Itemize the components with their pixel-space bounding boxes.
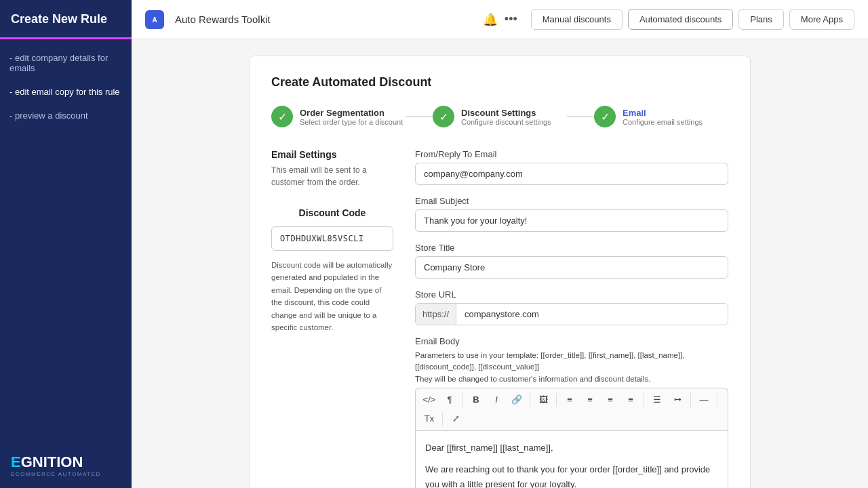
email-subject-label: Email Subject (415, 196, 728, 206)
toolbar-sep-4 (644, 393, 644, 407)
form-right-panel: From/Reply To Email Email Subject Store … (415, 149, 728, 488)
topbar-app-name: Auto Rewards Toolkit (175, 14, 476, 25)
discount-code-value: OTDHDUXWL85VSCLI (271, 226, 393, 251)
form-layout: Email Settings This email will be sent t… (271, 149, 728, 488)
step-1-check-icon: ✓ (271, 106, 293, 127)
toolbar-sep-7 (442, 412, 443, 426)
discount-code-title: Discount Code (271, 207, 393, 218)
step-1-labels: Order Segmentation Select order type for… (300, 108, 403, 126)
email-params-sub: They will be changed to customer's infor… (415, 375, 650, 383)
sidebar-item-edit-email[interactable]: - edit email copy for this rule (0, 80, 132, 104)
toolbar-image-btn[interactable]: 🖼 (534, 391, 553, 409)
store-url-input[interactable] (456, 304, 728, 325)
step-3-label: Email (623, 108, 703, 118)
step-1-sublabel: Select order type for a discount (300, 118, 403, 126)
toolbar-italic-btn[interactable]: I (487, 391, 506, 409)
store-url-label: Store URL (415, 289, 728, 300)
toolbar-sep-2 (530, 393, 530, 407)
step-order-segmentation: ✓ Order Segmentation Select order type f… (271, 106, 406, 127)
from-email-group: From/Reply To Email (415, 149, 728, 185)
editor-content[interactable]: Dear [[first_name]] [[last_name]], We ar… (415, 430, 728, 488)
toolbar-format-btn[interactable]: ¶ (440, 391, 459, 409)
brand-sub: ECOMMERCE AUTOMATED (11, 471, 121, 477)
store-title-input[interactable] (415, 256, 728, 279)
content-area: Create Automated Discount ✓ Order Segmen… (132, 39, 868, 488)
toolbar-sep-3 (556, 393, 557, 407)
svg-text:A: A (152, 16, 157, 24)
more-icon[interactable]: ••• (505, 12, 517, 26)
steps-bar: ✓ Order Segmentation Select order type f… (271, 106, 728, 127)
toolbar-link-btn[interactable]: 🔗 (507, 391, 526, 409)
bell-icon[interactable]: 🔔 (483, 12, 498, 27)
toolbar-code-btn[interactable]: </> (420, 391, 439, 409)
step-2-labels: Discount Settings Configure discount set… (461, 108, 551, 126)
more-apps-button[interactable]: More Apps (789, 9, 854, 30)
from-email-label: From/Reply To Email (415, 149, 728, 159)
email-line-2: We are reaching out to thank you for you… (425, 462, 718, 488)
sidebar-item-preview[interactable]: - preview a discount (0, 104, 132, 127)
step-connector-2 (567, 116, 594, 117)
toolbar-sep-5 (690, 393, 691, 407)
sidebar-nav: - edit company details for emails - edit… (0, 39, 132, 444)
toolbar-align-right-btn[interactable]: ≡ (601, 391, 620, 409)
toolbar-sep-6 (717, 393, 717, 407)
toolbar-list-btn[interactable]: ☰ (648, 391, 667, 409)
automated-discounts-button[interactable]: Automated discounts (628, 9, 733, 30)
email-subject-input[interactable] (415, 209, 728, 232)
sidebar: Create New Rule - edit company details f… (0, 0, 132, 488)
step-connector-1 (406, 116, 433, 117)
toolbar-align-center-btn[interactable]: ≡ (580, 391, 599, 409)
step-1-label: Order Segmentation (300, 108, 403, 118)
toolbar-align-left-btn[interactable]: ≡ (560, 391, 579, 409)
step-discount-settings: ✓ Discount Settings Configure discount s… (433, 106, 567, 127)
toolbar-hr-btn[interactable]: — (694, 391, 713, 409)
email-body-label: Email Body (415, 336, 728, 346)
from-email-input[interactable] (415, 163, 728, 185)
store-url-group: Store URL https:// (415, 289, 728, 325)
toolbar-clear-btn[interactable]: Tx (420, 410, 439, 428)
step-3-labels: Email Configure email settings (623, 108, 703, 126)
manual-discounts-button[interactable]: Manual discounts (531, 9, 623, 30)
toolbar-fullscreen-btn[interactable]: ⤢ (446, 410, 465, 428)
sidebar-title: Create New Rule (0, 0, 132, 39)
store-title-label: Store Title (415, 243, 728, 253)
step-2-label: Discount Settings (461, 108, 551, 118)
step-3-sublabel: Configure email settings (623, 118, 703, 126)
toolbar-align-justify-btn[interactable]: ≡ (621, 391, 640, 409)
step-2-check-icon: ✓ (433, 106, 454, 127)
step-2-sublabel: Configure discount settings (461, 118, 551, 126)
email-settings-label: Email Settings (271, 149, 393, 160)
toolbar-sep-1 (462, 393, 463, 407)
store-url-prefix: https:// (416, 304, 456, 325)
card-title: Create Automated Discount (271, 75, 728, 89)
topbar-buttons: Manual discounts Automated discounts Pla… (531, 9, 854, 30)
store-title-group: Store Title (415, 243, 728, 279)
toolbar-bold-btn[interactable]: B (467, 391, 486, 409)
brand-name: EGNITION (11, 455, 121, 470)
main-area: A Auto Rewards Toolkit 🔔 ••• Manual disc… (132, 0, 868, 488)
sidebar-item-edit-company[interactable]: - edit company details for emails (0, 46, 132, 80)
topbar-icons: 🔔 ••• (483, 12, 517, 27)
app-logo-icon: A (149, 14, 160, 25)
main-card: Create Automated Discount ✓ Order Segmen… (249, 56, 751, 488)
editor-toolbar: </> ¶ B I 🔗 🖼 ≡ ≡ ≡ ≡ (415, 388, 728, 430)
brand-rest: GNITION (21, 453, 83, 470)
email-params: Parameters to use in your template: [[or… (415, 350, 728, 385)
topbar: A Auto Rewards Toolkit 🔔 ••• Manual disc… (132, 0, 868, 39)
email-body-group: Email Body Parameters to use in your tem… (415, 336, 728, 488)
email-subject-group: Email Subject (415, 196, 728, 232)
plans-button[interactable]: Plans (738, 9, 784, 30)
app-icon: A (145, 10, 164, 29)
email-line-1: Dear [[first_name]] [[last_name]], (425, 441, 718, 455)
email-settings-desc: This email will be sent to a customer fr… (271, 164, 393, 188)
step-3-check-icon: ✓ (594, 106, 616, 127)
form-left-panel: Email Settings This email will be sent t… (271, 149, 393, 333)
brand-e-letter: E (11, 453, 21, 470)
sidebar-brand: EGNITION ECOMMERCE AUTOMATED (0, 444, 132, 488)
toolbar-indent-btn[interactable]: ↦ (668, 391, 687, 409)
store-url-row: https:// (415, 303, 728, 325)
step-email: ✓ Email Configure email settings (594, 106, 728, 127)
discount-code-desc: Discount code will be automatically gene… (271, 259, 393, 333)
email-params-text: Parameters to use in your template: [[or… (415, 351, 685, 371)
